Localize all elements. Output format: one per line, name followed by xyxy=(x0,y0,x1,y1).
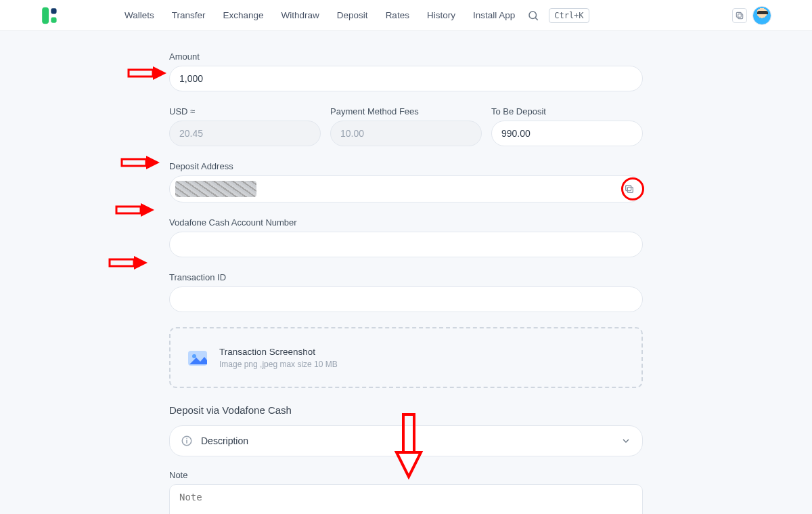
nav-transfer[interactable]: Transfer xyxy=(172,10,206,20)
upload-subtitle: Image png ,jpeg max size 10 MB xyxy=(219,360,338,369)
annotation-arrow-txid xyxy=(108,253,150,272)
nav-exchange[interactable]: Exchange xyxy=(223,10,264,20)
nav-wallets[interactable]: Wallets xyxy=(125,10,154,20)
annotation-arrow-amount xyxy=(127,64,169,83)
deposit-address-label: Deposit Address xyxy=(169,161,643,171)
fees-value xyxy=(330,121,482,146)
todeposit-value[interactable] xyxy=(491,121,643,146)
fees-label: Payment Method Fees xyxy=(330,106,482,116)
upload-box[interactable]: Transaction Screenshot Image png ,jpeg m… xyxy=(169,327,643,388)
txid-group: Transaction ID xyxy=(169,272,643,312)
topbar-right: Ctrl+K xyxy=(527,8,589,23)
note-group: Note xyxy=(169,470,643,514)
todeposit-label: To Be Deposit xyxy=(491,106,643,116)
nav-deposit[interactable]: Deposit xyxy=(337,10,368,20)
svg-rect-9 xyxy=(116,207,141,213)
svg-point-18 xyxy=(186,438,187,440)
svg-rect-0 xyxy=(42,7,49,24)
main-nav: Wallets Transfer Exchange Withdraw Depos… xyxy=(125,10,515,20)
top-bar: Wallets Transfer Exchange Withdraw Depos… xyxy=(0,0,812,31)
todeposit-group: To Be Deposit xyxy=(491,106,643,146)
annotation-arrow-vodafone xyxy=(115,200,157,219)
nav-withdraw[interactable]: Withdraw xyxy=(281,10,319,20)
search-icon[interactable] xyxy=(527,9,539,22)
fees-group: Payment Method Fees xyxy=(330,106,482,146)
deposit-address-field xyxy=(169,175,643,202)
amount-input[interactable] xyxy=(169,66,643,91)
txid-label: Transaction ID xyxy=(169,272,643,282)
nav-rates[interactable]: Rates xyxy=(386,10,409,20)
note-input[interactable] xyxy=(169,484,643,514)
summary-row: USD ≈ Payment Method Fees To Be Deposit xyxy=(169,106,643,146)
vodafone-input[interactable] xyxy=(169,232,643,257)
vodafone-group: Vodafone Cash Account Number xyxy=(169,217,643,257)
deposit-via-title: Deposit via Vodafone Cash xyxy=(169,404,643,416)
chevron-down-icon xyxy=(621,435,631,446)
svg-rect-12 xyxy=(627,187,633,192)
svg-rect-2 xyxy=(51,17,56,22)
nav-install-app[interactable]: Install App xyxy=(473,10,515,20)
info-icon xyxy=(181,435,193,447)
deposit-form: Amount USD ≈ Payment Method Fees To Be D… xyxy=(169,31,643,514)
nav-history[interactable]: History xyxy=(427,10,455,20)
amount-label: Amount xyxy=(169,51,643,62)
svg-rect-6 xyxy=(736,12,741,17)
vodafone-label: Vodafone Cash Account Number xyxy=(169,217,643,228)
svg-line-4 xyxy=(536,18,538,20)
shortcut-hint: Ctrl+K xyxy=(549,8,589,23)
svg-rect-8 xyxy=(122,159,146,166)
description-expando[interactable]: Description xyxy=(169,425,643,456)
svg-point-3 xyxy=(529,12,537,19)
amount-group: Amount xyxy=(169,51,643,91)
svg-rect-7 xyxy=(129,70,153,77)
copy-address-button[interactable] xyxy=(621,180,638,198)
page-body: Amount USD ≈ Payment Method Fees To Be D… xyxy=(0,31,812,514)
window-copy-icon[interactable] xyxy=(732,8,747,23)
annotation-arrow-address xyxy=(120,153,162,172)
description-label: Description xyxy=(201,435,248,446)
image-icon xyxy=(187,347,208,368)
avatar[interactable] xyxy=(752,6,771,25)
svg-rect-10 xyxy=(110,259,134,266)
deposit-address-group: Deposit Address xyxy=(169,161,643,202)
svg-rect-5 xyxy=(738,14,743,18)
usd-label: USD ≈ xyxy=(169,106,321,116)
svg-point-15 xyxy=(192,354,196,358)
usd-value xyxy=(169,121,321,146)
svg-rect-1 xyxy=(51,8,56,14)
txid-input[interactable] xyxy=(169,286,643,312)
svg-rect-13 xyxy=(626,186,631,191)
upload-title: Transaction Screenshot xyxy=(219,347,338,357)
note-label: Note xyxy=(169,470,643,480)
logo[interactable] xyxy=(41,6,64,25)
usd-group: USD ≈ xyxy=(169,106,321,146)
deposit-address-value-redacted xyxy=(175,181,256,197)
